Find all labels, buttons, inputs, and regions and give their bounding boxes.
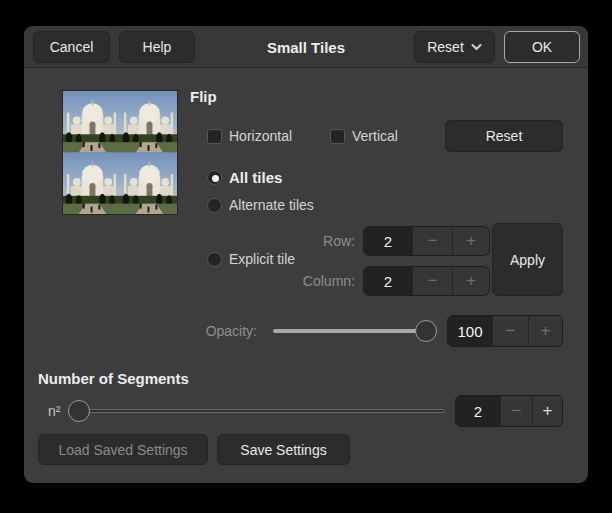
column-increment-button[interactable]: + bbox=[452, 267, 489, 295]
row-label: Row: bbox=[323, 233, 355, 249]
opacity-slider[interactable] bbox=[273, 320, 437, 342]
segments-slider-knob[interactable] bbox=[68, 400, 90, 422]
row-increment-button[interactable]: + bbox=[452, 227, 489, 255]
all-tiles-radio-label[interactable]: All tiles bbox=[229, 169, 282, 186]
column-decrement-button[interactable]: − bbox=[412, 267, 452, 295]
reset-menu-label: Reset bbox=[427, 39, 464, 55]
segments-heading: Number of Segments bbox=[38, 370, 189, 387]
opacity-spinner: 100 − + bbox=[447, 315, 563, 347]
small-tiles-dialog: Small Tiles Cancel Help Reset OK bbox=[24, 26, 588, 483]
segments-increment-button[interactable]: + bbox=[532, 396, 562, 426]
row-value-field[interactable]: 2 bbox=[364, 227, 412, 255]
segments-spinner: 2 − + bbox=[455, 395, 563, 427]
opacity-slider-fill bbox=[273, 329, 426, 333]
row-decrement-button[interactable]: − bbox=[412, 227, 452, 255]
help-button[interactable]: Help bbox=[119, 31, 195, 63]
segments-symbol-label: n² bbox=[48, 403, 60, 419]
chevron-down-icon bbox=[471, 43, 482, 51]
ok-button[interactable]: OK bbox=[504, 31, 580, 63]
header-bar: Small Tiles Cancel Help Reset OK bbox=[24, 26, 588, 68]
tile-preview-image bbox=[62, 90, 178, 215]
horizontal-checkbox[interactable] bbox=[207, 129, 222, 144]
segments-decrement-button[interactable]: − bbox=[500, 396, 532, 426]
opacity-increment-button[interactable]: + bbox=[528, 316, 562, 346]
segments-slider[interactable] bbox=[68, 400, 445, 422]
opacity-label: Opacity: bbox=[206, 323, 257, 339]
flip-heading: Flip bbox=[190, 88, 217, 105]
opacity-slider-knob[interactable] bbox=[415, 320, 437, 342]
alternate-tiles-radio[interactable] bbox=[207, 198, 222, 213]
explicit-tile-radio[interactable] bbox=[207, 252, 222, 267]
horizontal-checkbox-label[interactable]: Horizontal bbox=[229, 128, 292, 144]
reset-menu-button[interactable]: Reset bbox=[414, 31, 495, 63]
vertical-checkbox-label[interactable]: Vertical bbox=[352, 128, 398, 144]
column-spinner: 2 − + bbox=[363, 266, 490, 296]
row-spinner: 2 − + bbox=[363, 226, 490, 256]
column-value-field[interactable]: 2 bbox=[364, 267, 412, 295]
segments-value-field[interactable]: 2 bbox=[456, 396, 500, 426]
flip-reset-button[interactable]: Reset bbox=[445, 120, 563, 152]
opacity-decrement-button[interactable]: − bbox=[492, 316, 528, 346]
segments-slider-trough bbox=[68, 409, 445, 413]
load-saved-settings-button[interactable]: Load Saved Settings bbox=[38, 434, 208, 465]
alternate-tiles-radio-label[interactable]: Alternate tiles bbox=[229, 197, 314, 213]
cancel-button[interactable]: Cancel bbox=[33, 31, 110, 63]
vertical-checkbox[interactable] bbox=[330, 129, 345, 144]
save-settings-button[interactable]: Save Settings bbox=[217, 434, 350, 465]
column-label: Column: bbox=[303, 273, 355, 289]
all-tiles-radio[interactable] bbox=[207, 170, 222, 185]
opacity-value-field[interactable]: 100 bbox=[448, 316, 492, 346]
apply-button[interactable]: Apply bbox=[492, 223, 563, 296]
